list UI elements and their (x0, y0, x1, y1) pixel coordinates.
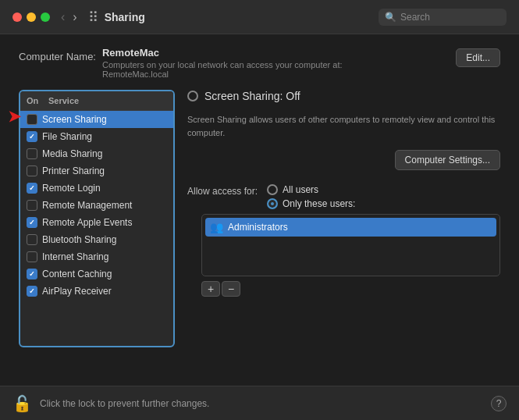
computer-name-info: Computers on your local network can acce… (102, 60, 450, 79)
service-item-content-caching[interactable]: Content Caching (20, 265, 173, 283)
computer-name-section: Computer Name: RemoteMac Computers on yo… (19, 47, 500, 79)
screen-sharing-title: Screen Sharing: Off (204, 90, 300, 102)
nav-buttons: ‹ › (59, 10, 79, 24)
service-checkbox-file-sharing[interactable] (27, 131, 37, 142)
service-column-header: Service (48, 96, 79, 105)
search-box: 🔍 (379, 9, 507, 26)
arrow-indicator: ➤ (8, 107, 21, 126)
search-icon: 🔍 (385, 12, 396, 23)
grid-view-button[interactable]: ⠿ (88, 9, 98, 26)
lock-text: Click the lock to prevent further change… (40, 398, 209, 409)
titlebar: ‹ › ⠿ Sharing 🔍 (0, 0, 519, 34)
service-item-file-sharing[interactable]: File Sharing (20, 128, 173, 145)
service-checkbox-content-caching[interactable] (27, 269, 37, 279)
traffic-lights (12, 12, 50, 22)
window-title: Sharing (105, 11, 379, 23)
users-box: 👥Administrators (201, 214, 500, 276)
service-checkbox-remote-login[interactable] (27, 183, 37, 194)
close-button[interactable] (12, 12, 22, 22)
help-button[interactable]: ? (491, 396, 507, 411)
lock-icon[interactable]: 🔓 (12, 394, 32, 413)
service-name-screen-sharing: Screen Sharing (42, 114, 107, 125)
service-name-content-caching: Content Caching (42, 269, 112, 279)
service-name-remote-login: Remote Login (42, 183, 101, 194)
service-item-screen-sharing[interactable]: Screen Sharing (20, 111, 173, 128)
service-item-printer-sharing[interactable]: Printer Sharing (20, 162, 173, 180)
service-checkbox-remote-apple-events[interactable] (27, 217, 37, 228)
radio-label-only-these-users: Only these users: (283, 198, 355, 209)
service-item-remote-login[interactable]: Remote Login (20, 180, 173, 197)
user-name: Administrators (228, 222, 288, 233)
main-content: Computer Name: RemoteMac Computers on yo… (0, 34, 519, 386)
radio-only-these-users[interactable] (267, 198, 278, 209)
service-checkbox-internet-sharing[interactable] (27, 251, 37, 262)
minimize-button[interactable] (27, 12, 36, 22)
add-user-button[interactable]: + (201, 281, 220, 297)
user-icon: 👥 (210, 221, 223, 233)
screen-sharing-header: Screen Sharing: Off (187, 90, 500, 102)
service-item-media-sharing[interactable]: Media Sharing (20, 145, 173, 162)
access-row: Allow access for: All usersOnly these us… (187, 184, 500, 209)
search-input[interactable] (400, 12, 494, 23)
service-checkbox-printer-sharing[interactable] (27, 166, 37, 176)
service-item-internet-sharing[interactable]: Internet Sharing (20, 248, 173, 265)
access-section: Allow access for: All usersOnly these us… (187, 184, 500, 297)
access-option-only-these-users[interactable]: Only these users: (267, 198, 355, 209)
forward-button[interactable]: › (71, 10, 78, 24)
service-name-bluetooth-sharing: Bluetooth Sharing (42, 234, 116, 245)
radio-label-all-users: All users (283, 184, 318, 195)
services-panel: On Service Screen SharingFile SharingMed… (19, 90, 175, 347)
on-column-header: On (27, 96, 48, 105)
right-panel: Screen Sharing: Off Screen Sharing allow… (187, 90, 500, 347)
service-checkbox-remote-management[interactable] (27, 200, 37, 211)
service-name-file-sharing: File Sharing (42, 131, 92, 142)
access-option-all-users[interactable]: All users (267, 184, 355, 195)
service-checkbox-bluetooth-sharing[interactable] (27, 234, 37, 245)
services-list: Screen SharingFile SharingMedia SharingP… (20, 111, 173, 346)
computer-name-value: RemoteMac (102, 47, 450, 59)
service-name-media-sharing: Media Sharing (42, 148, 102, 159)
add-remove-row: + − (201, 281, 500, 297)
service-item-airplay-receiver[interactable]: AirPlay Receiver (20, 283, 173, 300)
service-item-remote-management[interactable]: Remote Management (20, 197, 173, 214)
service-checkbox-media-sharing[interactable] (27, 148, 37, 159)
computer-settings-button[interactable]: Computer Settings... (395, 150, 500, 170)
service-checkbox-screen-sharing[interactable] (27, 114, 37, 125)
screen-sharing-status-indicator (187, 91, 198, 101)
service-checkbox-airplay-receiver[interactable] (27, 286, 37, 297)
fullscreen-button[interactable] (41, 12, 50, 22)
remove-user-button[interactable]: − (222, 281, 240, 297)
service-item-remote-apple-events[interactable]: Remote Apple Events (20, 214, 173, 231)
user-item[interactable]: 👥Administrators (205, 218, 496, 237)
service-name-remote-management: Remote Management (42, 200, 132, 211)
bottom-bar: 🔓 Click the lock to prevent further chan… (0, 386, 519, 420)
services-header: On Service (20, 91, 173, 111)
service-name-internet-sharing: Internet Sharing (42, 251, 108, 262)
service-name-airplay-receiver: AirPlay Receiver (42, 286, 112, 297)
edit-button[interactable]: Edit... (456, 48, 500, 67)
radio-all-users[interactable] (267, 184, 278, 195)
back-button[interactable]: ‹ (59, 10, 66, 24)
computer-name-label: Computer Name: (19, 49, 96, 62)
service-name-remote-apple-events: Remote Apple Events (42, 217, 132, 228)
screen-sharing-description: Screen Sharing allows users of other com… (187, 113, 500, 139)
service-name-printer-sharing: Printer Sharing (42, 166, 105, 176)
service-item-bluetooth-sharing[interactable]: Bluetooth Sharing (20, 231, 173, 248)
access-options: All usersOnly these users: (267, 184, 355, 209)
allow-access-label: Allow access for: (187, 184, 258, 197)
